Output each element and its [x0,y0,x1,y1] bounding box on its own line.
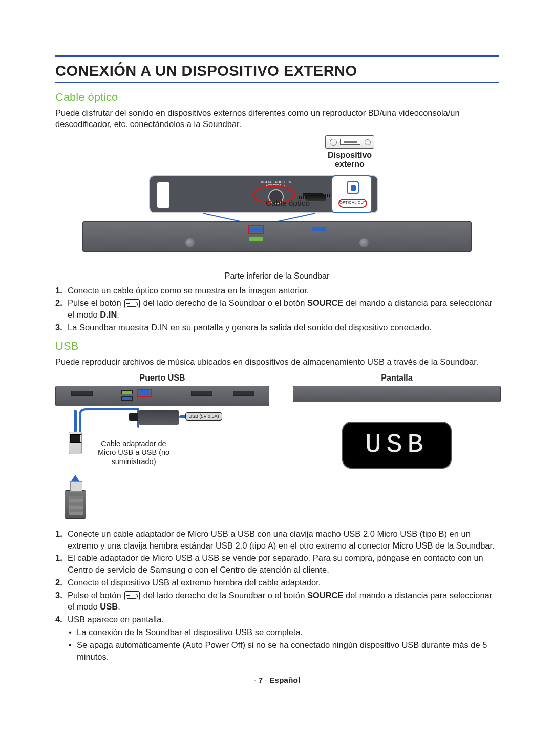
text: USB aparece en pantalla. [68,615,164,624]
soundbar-mini-icon [55,386,269,406]
text: Pulse el botón [68,298,123,307]
page-number: 7 [258,676,263,684]
soundbar-bottom-icon [82,221,472,252]
list-item: Pulse el botón del lado derecho de la So… [55,590,499,613]
micro-usb-port-icon [139,390,150,395]
text: del lado derecho de la Soundbar o el bot… [141,298,307,307]
usb-adapter-caption: Cable adaptador de Micro USB a USB (no s… [90,439,177,466]
list-item: Conecte un cable adaptador de Micro USB … [55,528,499,552]
micro-usb-plug-icon [138,410,179,425]
list-item: La Soundbar muestra D.IN en su pantalla … [55,322,499,333]
optical-figure-caption: Parte inferior de la Soundbar [55,271,499,281]
external-device-label: Dispositivo externo [325,151,374,170]
source-word: SOURCE [307,591,344,600]
list-item-check: El cable adaptador de Micro USB a USB se… [55,552,499,576]
list-item: Conecte un cable óptico como se muestra … [55,285,499,297]
page-footer: · 7 · Español [55,676,499,685]
optical-plug-icon [306,195,326,201]
footer-language: Español [269,676,300,684]
usb-a-female-icon [69,432,82,454]
list-item: USB aparece en pantalla. La conexión de … [55,614,499,662]
text: . [118,602,120,611]
optical-cable-label: Cable óptico [266,199,310,208]
optical-out-jack-icon [347,181,359,194]
text: del lado derecho de la Soundbar o el bot… [141,591,307,600]
text: . [117,310,119,319]
usb-stick-icon [65,490,86,519]
display-readout: USB [365,430,429,460]
usb-port-heading: Puerto USB [55,373,269,383]
soundbar-front-icon [293,386,501,402]
source-button-icon [124,299,140,308]
display-figure: USB [293,386,501,519]
optical-steps-list: Conecte un cable óptico como se muestra … [55,285,499,333]
optical-out-label: OPTICAL OUT [332,200,373,205]
sub-bullets: La conexión de la Soundbar al dispositiv… [68,626,499,662]
external-device-port-box: OPTICAL OUT [331,175,372,213]
page-title: CONEXIÓN A UN DISPOSITIVO EXTERNO [55,62,499,83]
optical-figure: Dispositivo externo DIGITAL AUDIO IN (OP… [55,135,499,268]
usb-figure-row: Puerto USB USB (5V 0.5A) Cable adaptador… [55,372,499,519]
section-heading-usb: USB [55,340,499,353]
text: Pulse el botón [68,591,123,600]
list-item: Pulse el botón del lado derecho de la So… [55,297,499,321]
usb-steps-list: Conecte un cable adaptador de Micro USB … [55,528,499,662]
external-device-icon [325,135,374,149]
list-item: Se apaga automáticamente (Auto Power Off… [68,639,499,663]
section-heading-optical: Cable óptico [55,91,499,104]
top-rule [55,55,499,57]
display-panel-icon: USB [342,422,452,469]
usb-port-figure: USB (5V 0.5A) Cable adaptador de Micro U… [55,386,269,519]
usb-intro: Puede reproducir archivos de música ubic… [55,356,499,367]
usb-port-badge: USB (5V 0.5A) [185,412,222,421]
list-item: La conexión de la Soundbar al dispositiv… [68,626,499,638]
list-item: Conecte el dispositivo USB al extremo he… [55,577,499,589]
mode-word: D.IN [100,310,117,319]
display-heading: Pantalla [293,373,501,383]
source-word: SOURCE [307,298,344,307]
mode-word: USB [100,602,118,611]
source-button-icon [124,591,140,600]
optical-intro: Puede disfrutar del sonido en dispositiv… [55,107,499,130]
